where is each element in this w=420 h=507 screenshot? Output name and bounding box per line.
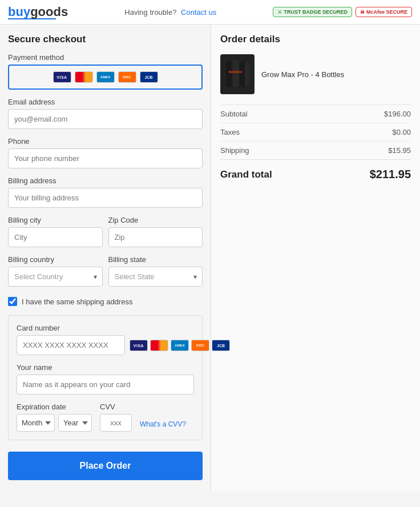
card-number-row [17,335,194,355]
visa-icon [53,71,71,83]
cardholder-name-label: Your name [17,363,194,372]
subtotal-label: Subtotal [220,110,248,118]
expiration-label: Expiration date [17,403,92,411]
product-image: MAX MAX [220,54,255,94]
email-label: Email address [8,98,203,106]
main-content: Secure checkout Payment method Email add… [0,25,420,492]
email-group: Email address [8,98,203,129]
mcafee-icon: ☠ [360,9,365,15]
shield-icon: ⚔ [277,9,282,15]
taxes-label: Taxes [220,128,240,136]
billing-country-label: Billing country [8,255,103,264]
product-name: Grow Max Pro - 4 Bottles [261,70,344,79]
checkout-title: Secure checkout [8,34,203,45]
phone-label: Phone [8,137,203,146]
order-details-title: Order details [220,34,411,45]
month-select[interactable]: Month 01020304 05060708 09101112 [17,414,55,432]
trust-badge: ⚔ TRUST BADGE SECURED [273,7,352,17]
billing-state-group: Billing state Select State [108,255,203,287]
card-visa-icon [130,340,148,351]
header: buygoods Having trouble? Contact us ⚔ TR… [0,0,420,25]
card-section: Card number Your name [8,315,203,440]
zip-group: Zip Code [108,216,203,247]
city-zip-row: Billing city Zip Code [8,216,203,255]
same-shipping-label: I have the same shipping address [22,297,132,306]
discover-icon [118,71,136,83]
payment-method-group: Payment method [8,53,203,90]
expiry-cvv-row: Expiration date Month 01020304 05060708 … [17,403,194,432]
phone-field[interactable] [8,148,203,168]
card-mc-icon [150,340,168,351]
taxes-row: Taxes $0.00 [220,123,411,141]
billing-city-group: Billing city [8,216,103,247]
card-number-label: Card number [17,324,194,332]
place-order-button[interactable]: Place Order [8,452,203,480]
zip-field[interactable] [108,227,203,247]
email-field[interactable] [8,109,203,129]
cvv-field[interactable] [100,414,132,432]
whats-cvv-link[interactable]: What's a CVV? [140,420,186,428]
grand-total-value: $211.95 [370,168,411,181]
contact-us-link[interactable]: Contact us [181,8,216,17]
city-field[interactable] [8,227,103,247]
cvv-label: CVV [100,403,132,411]
card-number-field[interactable] [17,335,125,355]
card-jcb-icon [212,340,230,351]
jcb-icon [140,71,158,83]
logo-buy: buy [8,5,30,19]
svg-rect-3 [245,63,249,86]
billing-country-group: Billing country Select Country [8,255,103,287]
taxes-value: $0.00 [392,128,411,136]
subtotal-row: Subtotal $196.00 [220,104,411,123]
mcafee-badge: ☠ McAfee SECURE [356,7,412,17]
billing-city-label: Billing city [8,216,103,224]
mastercard-icon [75,71,93,83]
product-row: MAX MAX Grow Max Pro - 4 Bottles [220,54,411,94]
expiration-group: Expiration date Month 01020304 05060708 … [17,403,92,432]
header-badges: ⚔ TRUST BADGE SECURED ☠ McAfee SECURE [273,7,412,17]
billing-address-group: Billing address [8,176,203,208]
state-select[interactable]: Select State [108,267,203,287]
state-select-wrapper: Select State [108,267,203,287]
right-panel: Order details MAX MAX Grow Max Pro - 4 B… [211,25,420,492]
shipping-label: Shipping [220,146,249,155]
cardholder-name-field[interactable] [17,375,194,395]
billing-state-label: Billing state [108,255,203,264]
subtotal-value: $196.00 [384,110,411,118]
payment-method-box[interactable] [8,65,203,90]
cvv-group: CVV [100,403,132,432]
svg-rect-2 [240,62,245,87]
phone-group: Phone [8,137,203,168]
payment-method-label: Payment method [8,53,203,62]
logo-goods: goods [30,5,68,19]
expiry-selects: Month 01020304 05060708 09101112 Year 20… [17,414,92,432]
header-trouble: Having trouble? Contact us [124,8,216,17]
card-discover-icon [191,340,209,351]
product-svg: MAX MAX [223,57,252,91]
svg-text:MAX: MAX [229,70,236,74]
card-icons-inline [130,340,230,351]
year-select[interactable]: Year 202420252026 2027202820292030 [58,414,92,432]
card-number-group: Card number [17,324,194,355]
country-select[interactable]: Select Country [8,267,103,287]
shipping-row: Shipping $15.95 [220,141,411,159]
logo: buygoods [8,5,68,19]
grand-total-row: Grand total $211.95 [220,159,411,183]
card-amex-icon [171,340,189,351]
svg-text:MAX: MAX [236,70,243,74]
same-shipping-row: I have the same shipping address [8,297,203,306]
amex-icon [96,71,115,83]
country-select-wrapper: Select Country [8,267,103,287]
zip-label: Zip Code [108,216,203,224]
left-panel: Secure checkout Payment method Email add… [0,25,211,492]
svg-rect-0 [226,62,232,87]
billing-address-field[interactable] [8,188,203,208]
billing-address-label: Billing address [8,176,203,185]
grand-total-label: Grand total [220,169,272,180]
country-state-row: Billing country Select Country Billing s… [8,255,203,295]
whats-cvv-group: What's a CVV? [140,419,186,432]
same-shipping-checkbox[interactable] [8,297,17,306]
cardholder-name-group: Your name [17,363,194,395]
shipping-value: $15.95 [388,146,411,155]
